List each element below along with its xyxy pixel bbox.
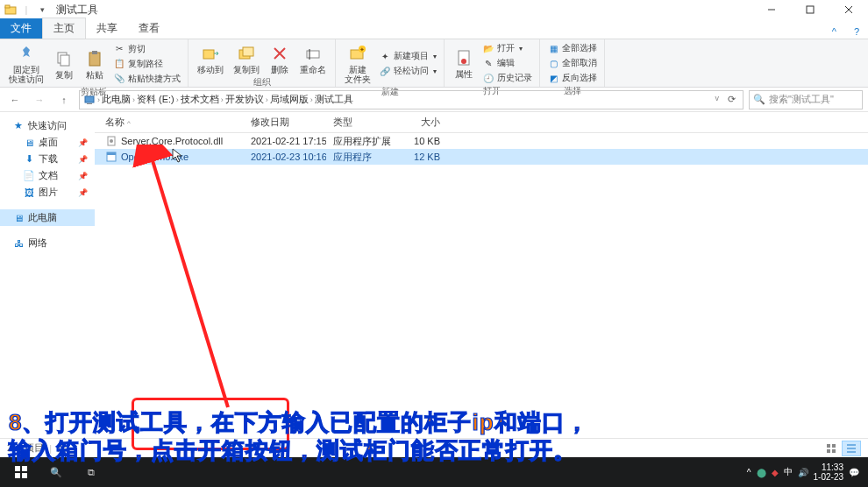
file-icon <box>105 151 117 163</box>
maximize-button[interactable] <box>791 0 829 19</box>
crumb-drive[interactable]: 资料 (E:) <box>137 93 174 106</box>
new-folder-button[interactable]: ✦新建 文件夹 <box>341 41 374 86</box>
col-header-type[interactable]: 类型 <box>326 116 395 129</box>
view-large-icons-button[interactable] <box>822 441 841 456</box>
search-icon: 🔍 <box>753 94 765 105</box>
nav-this-pc[interactable]: 🖥此电脑 <box>0 209 95 226</box>
invert-icon: ◩ <box>547 72 559 84</box>
download-icon: ⬇ <box>23 153 35 166</box>
edit-icon: ✎ <box>482 57 494 69</box>
crumb-dropdown-icon[interactable]: v <box>712 94 723 105</box>
svg-rect-34 <box>22 466 27 471</box>
copy-button[interactable]: 复制 <box>50 46 78 81</box>
svg-point-23 <box>110 139 113 143</box>
tray-clock[interactable]: 11:33 1-02-23 <box>814 462 843 482</box>
pin-icon: 📌 <box>78 188 88 197</box>
start-button[interactable] <box>4 457 39 487</box>
navigation-pane: ★快速访问 🖥桌面📌 ⬇下载📌 📄文档📌 🖼图片📌 🖥此电脑 🖧网络 <box>0 112 95 448</box>
invert-selection-button[interactable]: ◩反向选择 <box>545 71 599 85</box>
taskview-button[interactable]: ⧉ <box>74 457 109 487</box>
cut-button[interactable]: ✂剪切 <box>111 42 182 56</box>
file-name: Server.Core.Protocol.dll <box>121 136 223 146</box>
selected-count: 选 <box>57 441 67 455</box>
crumb-root[interactable]: 此电脑 <box>102 93 131 106</box>
tab-file[interactable]: 文件 <box>0 18 42 39</box>
file-date: 2021-02-21 17:15 <box>244 136 326 146</box>
up-button[interactable]: ↑ <box>54 90 74 109</box>
copy-to-button[interactable]: 复制到 <box>230 41 263 76</box>
item-count: 2 个项目 <box>7 441 44 455</box>
crumb-p4[interactable]: 测试工具 <box>315 93 353 106</box>
copy-path-button[interactable]: 📋复制路径 <box>111 57 182 71</box>
tray-app2-icon[interactable]: ◆ <box>772 468 779 477</box>
close-button[interactable] <box>829 0 868 19</box>
properties-button[interactable]: 属性 <box>450 46 478 81</box>
svg-rect-10 <box>203 50 214 59</box>
paste-button[interactable]: 粘贴 <box>81 46 109 81</box>
svg-rect-27 <box>832 444 836 448</box>
ribbon-group-open: 属性 📂打开▾ ✎编辑 🕘历史记录 打开 <box>445 39 540 87</box>
nav-network[interactable]: 🖧网络 <box>0 235 95 251</box>
minimize-button[interactable] <box>752 0 791 19</box>
edit-button[interactable]: ✎编辑 <box>480 56 534 70</box>
pin-icon <box>16 43 37 64</box>
taskbar: 🔍 ⧉ ^ ⬤ ◆ 中 🔊 11:33 1-02-23 💬 <box>0 457 868 487</box>
pin-icon: 📌 <box>78 172 88 180</box>
tab-home[interactable]: 主页 <box>42 18 86 39</box>
search-button[interactable]: 🔍 <box>39 457 74 487</box>
file-row[interactable]: Server.Core.Protocol.dll2021-02-21 17:15… <box>95 133 868 149</box>
back-button[interactable]: ← <box>5 90 25 109</box>
tray-notification-icon[interactable]: 💬 <box>849 468 859 477</box>
move-icon <box>200 43 221 64</box>
tray-volume-icon[interactable]: 🔊 <box>798 468 808 477</box>
refresh-icon[interactable]: ⟳ <box>724 94 739 105</box>
tray-app-icon[interactable]: ⬤ <box>757 468 766 477</box>
col-header-name[interactable]: 名称 ^ <box>95 116 244 129</box>
window-controls <box>752 0 868 19</box>
open-button[interactable]: 📂打开▾ <box>480 41 534 55</box>
forward-button[interactable]: → <box>30 90 49 109</box>
crumb-p3[interactable]: 局域网版 <box>270 93 309 106</box>
copy-to-icon <box>236 43 257 64</box>
tray-ime-icon[interactable]: 中 <box>784 466 793 478</box>
history-button[interactable]: 🕘历史记录 <box>480 71 534 85</box>
paste-shortcut-button[interactable]: 📎粘贴快捷方式 <box>111 72 182 86</box>
nav-quick-access[interactable]: ★快速访问 <box>0 117 95 134</box>
tray-chevron-icon[interactable]: ^ <box>747 468 751 477</box>
col-header-size[interactable]: 大小 <box>395 116 447 129</box>
rename-button[interactable]: 重命名 <box>296 41 330 76</box>
cut-icon: ✂ <box>113 43 125 55</box>
paste-icon <box>84 48 105 69</box>
pin-button[interactable]: 固定到 快速访问 <box>5 41 47 86</box>
crumb-p1[interactable]: 技术文档 <box>181 93 219 106</box>
nav-pictures[interactable]: 🖼图片📌 <box>0 184 95 201</box>
select-all-button[interactable]: ▦全部选择 <box>545 41 599 55</box>
column-headers: 名称 ^ 修改日期 类型 大小 <box>95 112 868 133</box>
open-icon: 📂 <box>482 42 494 54</box>
pc-icon: 🖥 <box>12 212 25 224</box>
crumb-p2[interactable]: 开发协议 <box>225 93 264 106</box>
properties-icon <box>453 47 474 68</box>
move-to-button[interactable]: 移动到 <box>194 41 227 76</box>
svg-rect-13 <box>307 51 319 58</box>
tab-view[interactable]: 查看 <box>128 18 170 39</box>
help-icon[interactable]: ? <box>845 25 868 39</box>
new-item-button[interactable]: ✦新建项目▾ <box>377 49 438 63</box>
ribbon-group-select: ▦全部选择 ▢全部取消 ◩反向选择 选择 <box>540 39 605 87</box>
select-none-button[interactable]: ▢全部取消 <box>545 56 599 70</box>
col-header-date[interactable]: 修改日期 <box>244 116 326 129</box>
file-row[interactable]: OpenDemo.exe2021-02-23 10:16应用程序12 KB <box>95 149 868 165</box>
svg-rect-26 <box>827 444 830 448</box>
search-input[interactable]: 🔍 搜索"测试工具" <box>749 90 863 109</box>
nav-documents[interactable]: 📄文档📌 <box>0 167 95 184</box>
ribbon-toggle-icon[interactable]: ^ <box>823 25 845 39</box>
picture-icon: 🖼 <box>23 187 35 199</box>
tab-share[interactable]: 共享 <box>86 18 128 39</box>
nav-downloads[interactable]: ⬇下载📌 <box>0 151 95 167</box>
easy-access-button[interactable]: 🔗轻松访问▾ <box>377 64 438 78</box>
view-details-button[interactable] <box>842 441 861 456</box>
nav-desktop[interactable]: 🖥桌面📌 <box>0 134 95 151</box>
qat-down-icon[interactable]: ▾ <box>35 3 49 17</box>
breadcrumb[interactable]: › 此电脑› 资料 (E:)› 技术文档› 开发协议› 局域网版› 测试工具 v… <box>79 90 743 109</box>
delete-button[interactable]: 删除 <box>266 41 294 76</box>
